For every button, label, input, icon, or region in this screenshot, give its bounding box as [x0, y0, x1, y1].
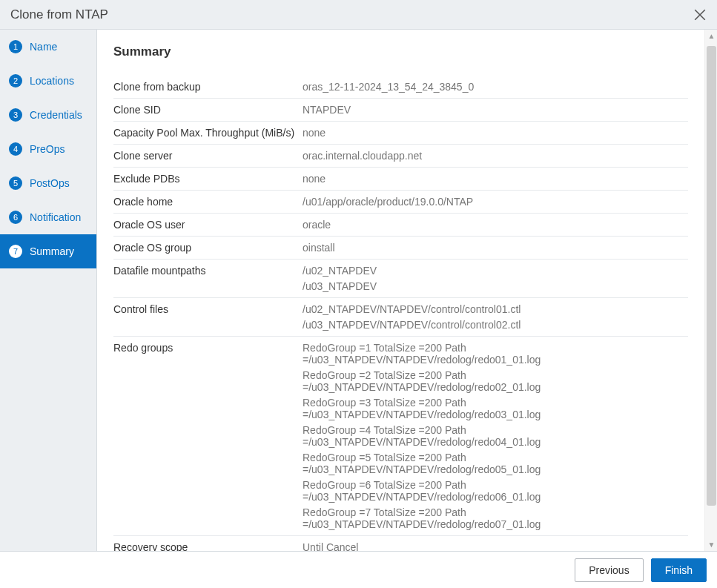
summary-value: /u02_NTAPDEV/NTAPDEV/control/control01.c…: [303, 303, 688, 331]
dialog-title: Clone from NTAP: [10, 7, 108, 22]
summary-row: Exclude PDBsnone: [113, 168, 688, 191]
summary-row: Oracle OS useroracle: [113, 214, 688, 237]
dialog-header: Clone from NTAP: [0, 0, 717, 30]
summary-label: Clone server: [113, 150, 303, 162]
summary-row: Clone SIDNTAPDEV: [113, 99, 688, 122]
summary-rows: Clone from backuporas_12-11-2024_13_54_2…: [113, 76, 688, 551]
step-number: 5: [9, 176, 22, 190]
sidebar-item-credentials[interactable]: 3Credentials: [0, 98, 96, 132]
summary-value: Until Cancel: [303, 541, 688, 551]
summary-value: RedoGroup =1 TotalSize =200 Path =/u03_N…: [303, 342, 688, 530]
sidebar-item-summary[interactable]: 7Summary: [0, 234, 96, 268]
summary-value: orac.internal.cloudapp.net: [303, 150, 688, 162]
summary-title: Summary: [113, 44, 688, 59]
summary-row: Clone serverorac.internal.cloudapp.net: [113, 145, 688, 168]
summary-label: Exclude PDBs: [113, 173, 303, 185]
step-number: 1: [9, 40, 22, 53]
sidebar-item-preops[interactable]: 4PreOps: [0, 132, 96, 166]
summary-label: Oracle OS user: [113, 219, 303, 231]
summary-value-line: RedoGroup =4 TotalSize =200 Path =/u03_N…: [303, 424, 688, 448]
summary-value: none: [303, 173, 688, 185]
summary-label: Redo groups: [113, 342, 303, 354]
main-panel: Summary Clone from backuporas_12-11-2024…: [97, 30, 704, 551]
scroll-down-icon[interactable]: ▼: [705, 538, 717, 551]
sidebar-item-notification[interactable]: 6Notification: [0, 200, 96, 234]
summary-value-line: /u03_NTAPDEV: [303, 280, 688, 292]
summary-row: Clone from backuporas_12-11-2024_13_54_2…: [113, 76, 688, 99]
summary-value-line: /u02_NTAPDEV/NTAPDEV/control/control01.c…: [303, 303, 688, 315]
summary-value: NTAPDEV: [303, 104, 688, 116]
sidebar-item-locations[interactable]: 2Locations: [0, 64, 96, 98]
summary-label: Capacity Pool Max. Throughput (MiB/s): [113, 127, 303, 139]
summary-value-line: RedoGroup =1 TotalSize =200 Path =/u03_N…: [303, 342, 688, 366]
dialog-footer: Previous Finish: [0, 551, 717, 588]
finish-button[interactable]: Finish: [651, 558, 707, 582]
summary-row: Capacity Pool Max. Throughput (MiB/s)non…: [113, 122, 688, 145]
scrollbar[interactable]: ▲ ▼: [704, 30, 717, 551]
summary-value: oracle: [303, 219, 688, 231]
summary-row: Oracle home/u01/app/oracle/product/19.0.…: [113, 191, 688, 214]
close-icon[interactable]: [693, 8, 707, 22]
sidebar-item-label: Notification: [30, 211, 81, 223]
step-number: 4: [9, 142, 22, 156]
sidebar-item-label: PostOps: [30, 177, 70, 189]
sidebar-item-label: Locations: [30, 75, 74, 87]
sidebar-item-label: Name: [30, 41, 57, 53]
summary-label: Clone SID: [113, 104, 303, 116]
summary-value-line: RedoGroup =2 TotalSize =200 Path =/u03_N…: [303, 369, 688, 393]
wizard-sidebar: 1Name2Locations3Credentials4PreOps5PostO…: [0, 30, 97, 551]
summary-label: Control files: [113, 303, 303, 315]
summary-label: Recovery scope: [113, 541, 303, 551]
summary-value: oras_12-11-2024_13_54_24_3845_0: [303, 81, 688, 93]
dialog-body: 1Name2Locations3Credentials4PreOps5PostO…: [0, 30, 717, 551]
summary-row: Control files/u02_NTAPDEV/NTAPDEV/contro…: [113, 298, 688, 337]
summary-value-line: /u02_NTAPDEV: [303, 265, 688, 277]
summary-label: Datafile mountpaths: [113, 265, 303, 277]
summary-value: oinstall: [303, 242, 688, 254]
summary-label: Oracle OS group: [113, 242, 303, 254]
sidebar-item-label: Summary: [30, 245, 74, 257]
summary-row: Oracle OS groupoinstall: [113, 237, 688, 260]
summary-value-line: RedoGroup =3 TotalSize =200 Path =/u03_N…: [303, 397, 688, 420]
summary-value: none: [303, 127, 688, 139]
step-number: 3: [9, 108, 22, 122]
summary-label: Oracle home: [113, 196, 303, 208]
summary-value-line: RedoGroup =5 TotalSize =200 Path =/u03_N…: [303, 452, 688, 475]
scroll-up-icon[interactable]: ▲: [705, 30, 717, 42]
sidebar-item-label: PreOps: [30, 143, 65, 155]
step-number: 2: [9, 74, 22, 87]
summary-row: Redo groupsRedoGroup =1 TotalSize =200 P…: [113, 337, 688, 536]
summary-row: Recovery scopeUntil Cancel: [113, 536, 688, 551]
sidebar-item-postops[interactable]: 5PostOps: [0, 166, 96, 200]
summary-value-line: /u03_NTAPDEV/NTAPDEV/control/control02.c…: [303, 319, 688, 331]
step-number: 7: [9, 245, 22, 258]
summary-value-line: RedoGroup =7 TotalSize =200 Path =/u03_N…: [303, 506, 688, 530]
main-wrap: Summary Clone from backuporas_12-11-2024…: [97, 30, 717, 551]
step-number: 6: [9, 211, 22, 224]
summary-value: /u02_NTAPDEV/u03_NTAPDEV: [303, 265, 688, 292]
summary-row: Datafile mountpaths/u02_NTAPDEV/u03_NTAP…: [113, 260, 688, 298]
summary-value-line: RedoGroup =6 TotalSize =200 Path =/u03_N…: [303, 479, 688, 503]
summary-value: /u01/app/oracle/product/19.0.0/NTAP: [303, 196, 688, 208]
summary-label: Clone from backup: [113, 81, 303, 93]
scroll-thumb[interactable]: [707, 46, 716, 506]
sidebar-item-label: Credentials: [30, 109, 82, 121]
sidebar-item-name[interactable]: 1Name: [0, 30, 96, 64]
previous-button[interactable]: Previous: [575, 558, 643, 582]
